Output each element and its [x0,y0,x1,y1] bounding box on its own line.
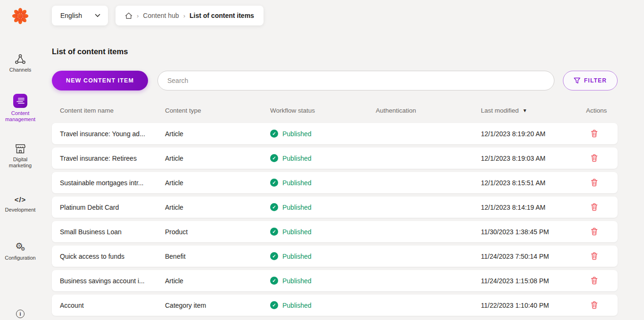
content-item-name: Platinum Debit Card [60,204,165,211]
content-item-name: Quick access to funds [60,253,165,260]
sidebar-item-label: Digital marketing [1,156,39,169]
sidebar: Channels Content management Digital mark… [0,0,41,320]
sidebar-item-channels[interactable]: Channels [1,54,39,73]
info-icon[interactable]: i [16,310,25,318]
published-check-icon: ✓ [270,154,278,162]
content-item-name: Travel insurance: Young ad... [60,130,165,138]
delete-button[interactable] [590,129,599,139]
header-content-item-name: Content item name [60,107,165,114]
language-selector[interactable]: English [52,6,108,25]
delete-button[interactable] [590,202,599,212]
trash-icon [591,179,598,187]
delete-button[interactable] [590,178,599,188]
delete-button[interactable] [590,300,599,310]
content-type: Category item [165,302,270,309]
published-check-icon: ✓ [270,252,278,260]
table-row[interactable]: Travel insurance: Young ad... Article ✓ … [52,123,618,144]
content-type: Product [165,228,270,236]
sidebar-item-label: Channels [9,67,31,73]
kentico-logo-icon [11,7,30,25]
filter-icon [574,77,580,84]
header-authentication: Authentication [376,107,481,114]
workflow-status: ✓ Published [270,228,376,236]
content-type: Article [165,204,270,211]
delete-button[interactable] [590,227,599,237]
sidebar-item-development[interactable]: </> Development [1,195,39,213]
breadcrumb-separator: › [183,12,185,19]
channels-icon [15,54,26,65]
filter-label: FILTER [584,77,607,84]
sidebar-item-digital-marketing[interactable]: Digital marketing [1,143,39,169]
published-check-icon: ✓ [270,277,278,285]
last-modified: 12/1/2023 8:14:19 AM [481,204,586,211]
controls-bar: NEW CONTENT ITEM FILTER [52,71,618,90]
content-item-name: Account [60,302,165,309]
header-content-type: Content type [165,107,270,114]
app: Channels Content management Digital mark… [0,0,644,320]
actions-cell [586,227,618,237]
trash-icon [591,154,598,162]
table-row[interactable]: Small Business Loan Product ✓ Published … [52,221,618,242]
table-row[interactable]: Account Category item ✓ Published 11/22/… [52,295,618,316]
trash-icon [591,252,598,260]
published-check-icon: ✓ [270,228,278,236]
workflow-status: ✓ Published [270,179,376,187]
sidebar-item-label: Configuration [5,255,35,261]
new-content-item-button[interactable]: NEW CONTENT ITEM [52,71,148,90]
delete-button[interactable] [590,153,599,163]
filter-button[interactable]: FILTER [563,71,618,90]
table-row[interactable]: Quick access to funds Benefit ✓ Publishe… [52,246,618,267]
actions-cell [586,276,618,286]
breadcrumb-separator: › [137,12,139,19]
main-content: English › Content hub › List of content … [41,0,644,320]
digital-marketing-icon [15,143,26,154]
breadcrumb-content-hub[interactable]: Content hub [143,12,179,19]
workflow-status: ✓ Published [270,130,376,138]
header-actions: Actions [586,107,618,114]
delete-button[interactable] [590,276,599,286]
last-modified: 12/1/2023 8:19:20 AM [481,130,586,138]
last-modified: 11/24/2023 1:15:08 PM [481,277,586,285]
trash-icon [591,277,598,285]
topbar: English › Content hub › List of content … [52,6,618,25]
page-title: List of content items [52,47,618,56]
workflow-status: ✓ Published [270,301,376,309]
sidebar-item-content-management[interactable]: Content management [1,94,39,123]
status-label: Published [282,277,312,285]
trash-icon [591,301,598,309]
actions-cell [586,251,618,261]
app-logo[interactable] [11,7,30,25]
last-modified: 11/24/2023 7:50:14 PM [481,253,586,260]
table-row[interactable]: Business savings account i... Article ✓ … [52,270,618,291]
home-icon[interactable] [125,12,132,19]
trash-icon [591,130,598,138]
content-item-name: Travel insurance: Retirees [60,155,165,162]
last-modified: 12/1/2023 8:15:51 AM [481,179,586,187]
workflow-status: ✓ Published [270,252,376,260]
content-item-name: Business savings account i... [60,277,165,285]
last-modified: 11/30/2023 1:38:45 PM [481,228,586,236]
delete-button[interactable] [590,251,599,261]
header-workflow-status: Workflow status [270,107,376,114]
published-check-icon: ✓ [270,130,278,138]
development-icon: </> [15,195,26,205]
published-check-icon: ✓ [270,203,278,211]
actions-cell [586,153,618,163]
table-header: Content item name Content type Workflow … [52,107,618,114]
content-type: Article [165,277,270,285]
table-row[interactable]: Platinum Debit Card Article ✓ Published … [52,197,618,218]
workflow-status: ✓ Published [270,154,376,162]
published-check-icon: ✓ [270,301,278,309]
actions-cell [586,300,618,310]
last-modified: 12/1/2023 8:19:03 AM [481,155,586,162]
configuration-icon: ⚙ ⚙ [15,241,25,253]
search-input[interactable] [157,71,554,90]
table-row[interactable]: Sustainable mortgages intr... Article ✓ … [52,172,618,193]
sidebar-item-configuration[interactable]: ⚙ ⚙ Configuration [1,241,39,261]
status-label: Published [282,204,312,211]
header-last-modified[interactable]: Last modified ▼ [481,107,586,114]
table-row[interactable]: Travel insurance: Retirees Article ✓ Pub… [52,148,618,169]
content-item-name: Sustainable mortgages intr... [60,179,165,187]
content-type: Article [165,130,270,138]
workflow-status: ✓ Published [270,277,376,285]
